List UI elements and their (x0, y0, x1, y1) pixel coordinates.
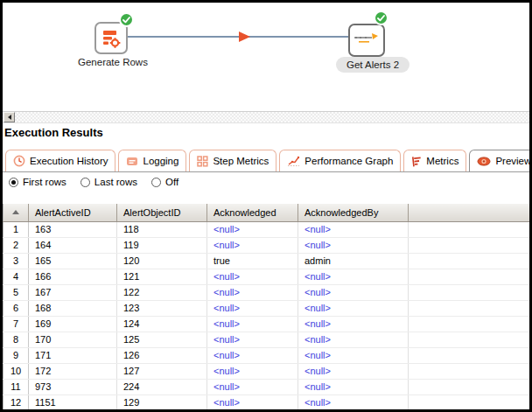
table-row[interactable]: 10172127<null><null> (4, 363, 530, 379)
table-cell[interactable]: 129 (117, 395, 207, 410)
table-cell[interactable]: 164 (29, 237, 117, 253)
table-cell[interactable]: 118 (117, 221, 207, 237)
table-cell[interactable]: 224 (117, 379, 207, 395)
table-cell[interactable]: 973 (29, 379, 117, 395)
step-generate-rows[interactable] (94, 22, 128, 54)
table-cell[interactable]: <null> (207, 237, 298, 253)
table-cell[interactable]: 166 (29, 269, 117, 284)
table-cell[interactable]: <null> (298, 395, 409, 410)
table-cell[interactable]: 168 (29, 300, 117, 316)
table-row[interactable]: 5167122<null><null> (4, 284, 530, 300)
table-cell[interactable]: <null> (298, 237, 409, 253)
row-number-cell[interactable]: 8 (4, 332, 29, 347)
tab-label: Metrics (426, 156, 458, 166)
table-cell[interactable]: <null> (298, 316, 409, 332)
column-header-acknowledged[interactable]: Acknowledged (207, 204, 298, 221)
table-cell[interactable]: 124 (117, 316, 207, 332)
success-check-icon (374, 10, 388, 25)
radio-label: Last rows (94, 177, 137, 187)
table-row[interactable]: 6168123<null><null> (4, 300, 530, 316)
column-header-alertobjectid[interactable]: AlertObjectID (117, 204, 207, 221)
solarwinds-logo-icon (354, 32, 380, 48)
table-row[interactable]: 8170125<null><null> (4, 332, 530, 347)
tab-metrics[interactable]: Metrics (403, 150, 466, 171)
empty-cell (409, 221, 530, 237)
table-row[interactable]: 11973224<null><null> (4, 379, 530, 395)
row-number-cell[interactable]: 7 (4, 316, 29, 332)
row-number-header[interactable] (4, 204, 29, 221)
radio-first-rows[interactable]: First rows (9, 177, 66, 187)
row-number-cell[interactable]: 10 (4, 363, 29, 379)
row-number-cell[interactable]: 9 (4, 347, 29, 363)
table-cell[interactable]: <null> (298, 269, 409, 284)
table-cell[interactable]: <null> (207, 347, 298, 363)
column-header-alertactiveid[interactable]: AlertActiveID (29, 204, 117, 221)
row-number-cell[interactable]: 6 (4, 300, 29, 316)
table-cell[interactable]: <null> (207, 379, 298, 395)
table-cell[interactable]: 127 (117, 363, 207, 379)
table-cell[interactable]: 119 (117, 237, 207, 253)
table-cell[interactable]: 172 (29, 363, 117, 379)
table-cell[interactable]: 171 (29, 347, 117, 363)
tab-logging[interactable]: Logging (118, 150, 186, 171)
table-cell[interactable]: 120 (117, 253, 207, 269)
empty-cell (409, 269, 530, 284)
table-cell[interactable]: admin (298, 253, 409, 269)
table-cell[interactable]: 122 (117, 284, 207, 300)
row-number-cell[interactable]: 2 (4, 237, 29, 253)
horizontal-scrollbar[interactable] (3, 111, 529, 123)
scroll-left-button[interactable] (4, 112, 15, 122)
table-cell[interactable]: <null> (207, 284, 298, 300)
tab-preview-data[interactable]: Preview data (469, 150, 532, 171)
table-cell[interactable]: <null> (298, 379, 409, 395)
table-cell[interactable]: 167 (29, 284, 117, 300)
table-cell[interactable]: <null> (298, 363, 409, 379)
table-cell[interactable]: 163 (29, 221, 117, 237)
table-cell[interactable]: <null> (298, 221, 409, 237)
table-cell[interactable]: <null> (298, 347, 409, 363)
row-number-cell[interactable]: 4 (4, 269, 29, 284)
table-row[interactable]: 9171126<null><null> (4, 347, 530, 363)
radio-off[interactable]: Off (151, 177, 178, 187)
table-cell[interactable]: <null> (298, 332, 409, 347)
table-cell[interactable]: <null> (298, 284, 409, 300)
row-number-cell[interactable]: 12 (4, 395, 29, 410)
table-cell[interactable]: 121 (117, 269, 207, 284)
transformation-canvas[interactable]: Generate Rows Get Alerts 2 (3, 3, 529, 111)
table-cell[interactable]: <null> (298, 300, 409, 316)
step-label-get-alerts-2[interactable]: Get Alerts 2 (336, 57, 410, 73)
table-row[interactable]: 2164119<null><null> (4, 237, 530, 253)
table-cell[interactable]: 126 (117, 347, 207, 363)
table-row[interactable]: 4166121<null><null> (4, 269, 530, 284)
table-cell[interactable]: 169 (29, 316, 117, 332)
row-number-cell[interactable]: 3 (4, 253, 29, 269)
table-cell[interactable]: <null> (207, 221, 298, 237)
row-number-cell[interactable]: 1 (4, 221, 29, 237)
table-row[interactable]: 121151129<null><null> (4, 395, 530, 410)
column-header-acknowledgedby[interactable]: AcknowledgedBy (298, 204, 409, 221)
tab-execution-history[interactable]: Execution History (5, 150, 116, 171)
tab-performance-graph[interactable]: Performance Graph (279, 150, 401, 171)
table-row[interactable]: 1163118<null><null> (4, 221, 530, 237)
table-cell[interactable]: <null> (207, 332, 298, 347)
table-cell[interactable]: <null> (207, 363, 298, 379)
table-row[interactable]: 3165120trueadmin (4, 253, 530, 269)
radio-unselected-icon (151, 178, 161, 187)
step-label-generate-rows[interactable]: Generate Rows (78, 57, 148, 67)
table-cell[interactable]: true (207, 253, 298, 269)
tab-step-metrics[interactable]: Step Metrics (189, 150, 276, 171)
table-row[interactable]: 7169124<null><null> (4, 316, 530, 332)
table-cell[interactable]: <null> (207, 300, 298, 316)
table-cell[interactable]: 1151 (29, 395, 117, 410)
table-cell[interactable]: 170 (29, 332, 117, 347)
radio-last-rows[interactable]: Last rows (80, 177, 137, 187)
table-cell[interactable]: 123 (117, 300, 207, 316)
table-cell[interactable]: 165 (29, 253, 117, 269)
table-cell[interactable]: <null> (207, 269, 298, 284)
table-cell[interactable]: <null> (207, 395, 298, 410)
row-number-cell[interactable]: 5 (4, 284, 29, 300)
row-number-cell[interactable]: 11 (4, 379, 29, 395)
step-get-alerts-2[interactable] (348, 24, 385, 57)
table-cell[interactable]: <null> (207, 316, 298, 332)
table-cell[interactable]: 125 (117, 332, 207, 347)
